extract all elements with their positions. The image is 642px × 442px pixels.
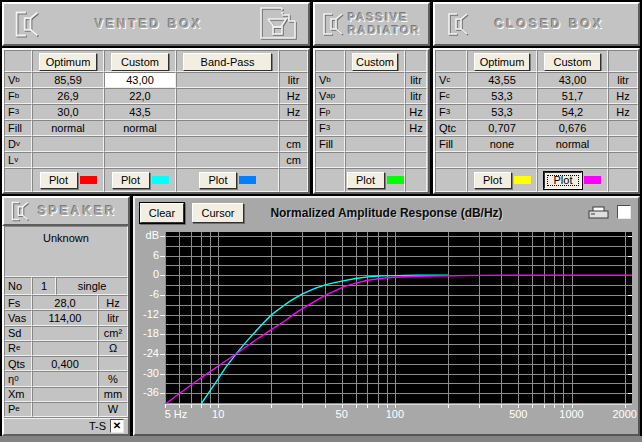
custom-button[interactable]: Custom: [544, 53, 601, 71]
passive-radiator-header: PASSIVE RADIATOR: [313, 2, 430, 46]
custom-button[interactable]: Custom: [352, 53, 398, 71]
x-axis-tick: [554, 404, 555, 408]
row-label: Pe: [4, 402, 32, 417]
x-axis-tick: [378, 404, 379, 408]
ts-checkbox[interactable]: ✕: [110, 419, 124, 433]
plot-row-cell: [315, 168, 345, 192]
section-title: CLOSED BOX: [471, 17, 638, 31]
y-axis-tick: [160, 334, 165, 335]
y-axis-label: dB: [135, 229, 159, 241]
row-label: Fill: [315, 136, 345, 152]
chart-title: Normalized Amplitude Response (dB/Hz): [270, 206, 502, 220]
y-axis-tick: [160, 393, 165, 394]
chart-option-checkbox[interactable]: [617, 205, 631, 219]
value-cell[interactable]: 28,0: [32, 295, 98, 310]
units-header-cell: [279, 50, 308, 72]
y-axis-tick: [160, 236, 165, 237]
unit-cell: litr: [405, 72, 427, 88]
plot-button-blue[interactable]: Plot: [199, 172, 237, 189]
plot-button-magenta[interactable]: Plot: [544, 172, 582, 189]
custom-button[interactable]: Custom: [111, 53, 169, 71]
x-axis-tick: [544, 404, 545, 408]
y-axis-tick: [160, 374, 165, 375]
x-axis-label: 10: [212, 408, 224, 420]
unit-cell: Hz: [608, 88, 638, 104]
value-cell[interactable]: 0,400: [32, 356, 98, 371]
unit-cell: W: [98, 402, 128, 417]
row-label: Xm: [4, 387, 32, 402]
y-axis-tick: [160, 295, 165, 296]
row-label: Fill: [4, 120, 32, 136]
plot-button-yellow[interactable]: Plot: [474, 172, 512, 189]
speaker-icon: [445, 9, 471, 39]
value-cell: [537, 152, 608, 168]
value-cell[interactable]: [32, 402, 98, 417]
closed-box-section: CLOSED BOX OptimumCustomVc43,5543,00litr…: [433, 2, 640, 194]
plot-button-green[interactable]: Plot: [347, 172, 385, 189]
y-axis-label: -36: [135, 386, 159, 398]
row-label: [315, 152, 345, 168]
value-cell: [176, 88, 279, 104]
row-label: No: [4, 277, 32, 295]
speaker-header: SPEAKER: [2, 196, 130, 226]
value-cell[interactable]: 114,00: [32, 310, 98, 325]
x-axis-tick: [479, 404, 480, 408]
clear-button[interactable]: Clear: [140, 203, 184, 223]
unit-cell: Hz: [279, 104, 308, 120]
value-cell: [176, 136, 279, 152]
y-axis-label: -6: [135, 288, 159, 300]
band-pass-button[interactable]: Band-Pass: [183, 53, 272, 71]
plot-color-swatch-blue: [239, 176, 256, 184]
unit-cell: litr: [98, 310, 128, 325]
value-cell[interactable]: [32, 371, 98, 386]
value-cell: 54,2: [537, 104, 608, 120]
unit-cell: [405, 136, 427, 152]
value-cell[interactable]: [32, 341, 98, 356]
top-sections: VENTED BOX OptimumCustomBand-PassVb85,59…: [0, 0, 642, 194]
optimum-button[interactable]: Optimum: [474, 53, 530, 71]
row-label: Vb: [4, 72, 32, 88]
row-label: Vb: [315, 72, 345, 88]
x-axis-label: 1000: [559, 408, 583, 420]
cursor-button[interactable]: Cursor: [192, 203, 244, 223]
units-header-cell: [405, 50, 427, 72]
plot-row-cell: Plot: [32, 168, 104, 192]
x-axis-tick: [271, 404, 272, 408]
value-cell: 26,9: [32, 88, 104, 104]
plot-row-cell: Plot: [176, 168, 279, 192]
plot-button-red[interactable]: Plot: [40, 172, 78, 189]
vented-box-section: VENTED BOX OptimumCustomBand-PassVb85,59…: [2, 2, 310, 194]
plot-row-cell: Plot: [467, 168, 537, 192]
column-header-cell: Optimum: [32, 50, 104, 72]
row-label: Fp: [315, 104, 345, 120]
optimum-button[interactable]: Optimum: [39, 53, 97, 71]
unit-cell: Hz: [98, 295, 128, 310]
column-header-cell: Custom: [104, 50, 176, 72]
x-axis-tick: [201, 404, 202, 408]
plot-button-cyan[interactable]: Plot: [112, 172, 150, 189]
custom-value-input[interactable]: 43,00: [104, 72, 176, 88]
unit-cell: [405, 152, 427, 168]
driver-name[interactable]: Unknown: [4, 226, 128, 277]
unit-cell: cm: [279, 152, 308, 168]
unit-cell: Ω: [98, 341, 128, 356]
value-cell[interactable]: [32, 387, 98, 402]
closed-box-table: OptimumCustomVc43,5543,00litrFc53,351,7H…: [433, 48, 640, 194]
corner-cell: [435, 50, 467, 72]
plot-area[interactable]: [165, 232, 632, 404]
unit-cell: [608, 152, 638, 168]
driver-mode[interactable]: single: [56, 277, 128, 295]
value-cell: normal: [104, 120, 176, 136]
x-axis-tick: [191, 404, 192, 408]
value-cell: 53,3: [467, 104, 537, 120]
series-closed-box-custom: [165, 275, 632, 404]
value-cell[interactable]: [32, 326, 98, 341]
printer-icon[interactable]: [588, 206, 612, 220]
value-cell: [345, 104, 405, 120]
value-cell: 53,3: [467, 88, 537, 104]
window-bottom-edge: [0, 436, 642, 442]
driver-number[interactable]: 1: [32, 277, 56, 295]
speaker-icon: [9, 200, 31, 222]
x-axis-tick: [367, 404, 368, 408]
unit-cell: Hz: [405, 104, 427, 120]
